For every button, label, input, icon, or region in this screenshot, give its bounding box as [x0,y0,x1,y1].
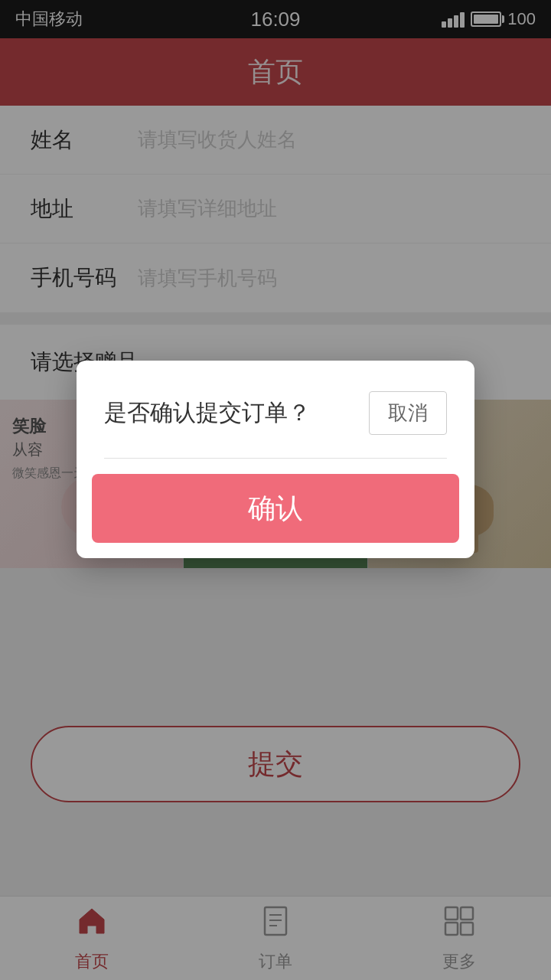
dialog-confirm-button[interactable]: 确认 [92,474,459,543]
dialog-question: 是否确认提交订单？ [104,397,311,429]
dialog-cancel-button[interactable]: 取消 [369,391,447,435]
dialog-header: 是否确认提交订单？ 取消 [77,361,474,458]
confirm-dialog: 是否确认提交订单？ 取消 确认 [77,361,474,558]
dialog-overlay: 是否确认提交订单？ 取消 确认 [0,0,551,980]
dialog-divider [104,458,447,459]
